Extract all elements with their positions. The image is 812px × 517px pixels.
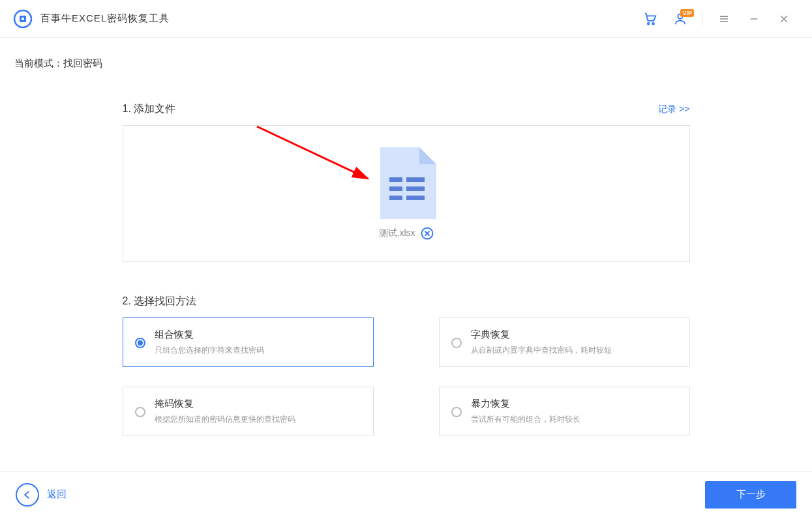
svg-rect-2 [22, 18, 24, 20]
method-card-1[interactable]: 字典恢复从自制或内置字典中查找密码，耗时较短 [439, 318, 690, 367]
section-title-method: 2. 选择找回方法 [123, 295, 197, 308]
menu-button[interactable] [713, 8, 735, 30]
arrow-annotation-icon [254, 123, 384, 201]
svg-line-12 [257, 126, 368, 179]
account-button[interactable]: VIP [669, 8, 691, 30]
svg-rect-18 [406, 196, 425, 200]
method-card-3[interactable]: 暴力恢复尝试所有可能的组合，耗时较长 [439, 387, 690, 436]
method-desc: 尝试所有可能的组合，耗时较长 [471, 414, 678, 425]
section-method: 2. 选择找回方法 组合恢复只组合您选择的字符来查找密码字典恢复从自制或内置字典… [123, 295, 690, 436]
radio-icon [135, 407, 145, 417]
vip-badge-icon: VIP [680, 9, 694, 17]
footer-bar: 返回 下一步 [0, 471, 812, 517]
method-title: 字典恢复 [471, 329, 678, 341]
app-logo-icon [13, 9, 33, 29]
svg-rect-16 [406, 186, 425, 191]
file-name: 测试.xlsx [379, 228, 415, 239]
radio-icon [135, 338, 145, 348]
method-desc: 只组合您选择的字符来查找密码 [155, 345, 361, 356]
svg-rect-17 [389, 196, 402, 200]
svg-point-4 [652, 22, 654, 24]
app-title: 百事牛EXCEL密码恢复工具 [40, 12, 170, 25]
method-card-2[interactable]: 掩码恢复根据您所知道的密码信息更快的查找密码 [123, 387, 374, 436]
minimize-button[interactable] [743, 8, 765, 30]
mode-value: 找回密码 [63, 57, 102, 68]
cart-button[interactable] [639, 8, 661, 30]
close-button[interactable] [773, 8, 795, 30]
remove-file-button[interactable] [421, 227, 434, 240]
method-title: 组合恢复 [155, 329, 361, 341]
back-label: 返回 [47, 488, 67, 501]
radio-icon [451, 407, 462, 417]
method-title: 掩码恢复 [155, 398, 361, 410]
section-add-file: 1. 添加文件 记录 >> 测试. [123, 102, 690, 262]
back-arrow-icon [16, 483, 39, 507]
next-button[interactable]: 下一步 [705, 481, 796, 509]
mode-label: 当前模式： [14, 57, 63, 68]
file-drop-area[interactable]: 测试.xlsx [123, 125, 690, 262]
next-label: 下一步 [736, 488, 766, 501]
svg-rect-14 [406, 177, 425, 182]
radio-icon [451, 338, 462, 348]
current-mode: 当前模式：找回密码 [14, 57, 798, 70]
section-title-add-file: 1. 添加文件 [123, 102, 176, 116]
method-card-0[interactable]: 组合恢复只组合您选择的字符来查找密码 [123, 318, 374, 367]
method-desc: 从自制或内置字典中查找密码，耗时较短 [471, 345, 678, 356]
divider [702, 12, 702, 26]
records-link[interactable]: 记录 >> [658, 104, 689, 115]
method-title: 暴力恢复 [471, 398, 678, 410]
svg-rect-15 [389, 186, 402, 191]
method-desc: 根据您所知道的密码信息更快的查找密码 [155, 414, 361, 425]
back-button[interactable]: 返回 [16, 483, 67, 507]
title-bar: 百事牛EXCEL密码恢复工具 VIP [0, 0, 812, 38]
svg-point-3 [648, 22, 650, 24]
main-content: 当前模式：找回密码 1. 添加文件 记录 >> [0, 38, 812, 436]
excel-file-icon [376, 147, 436, 222]
svg-rect-13 [389, 177, 402, 182]
